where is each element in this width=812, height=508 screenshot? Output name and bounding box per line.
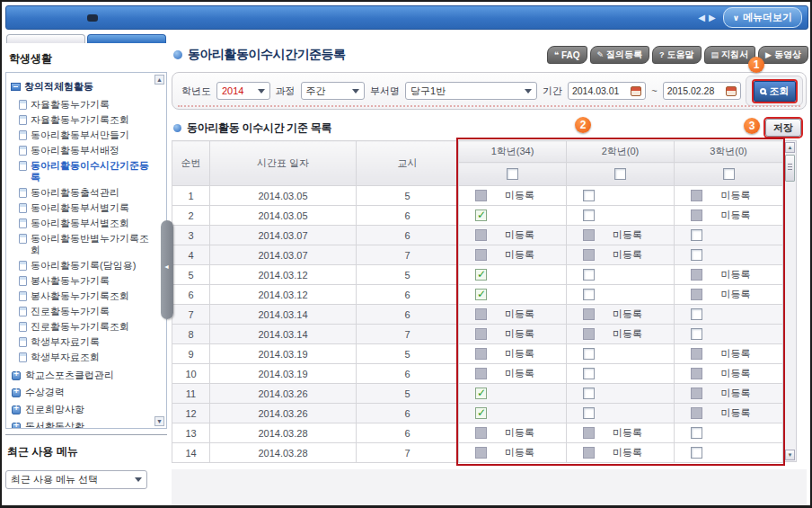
nav-menu-item[interactable] (141, 14, 152, 22)
tree-menu-item[interactable]: 동아리활동반별누가기록조회 (11, 231, 163, 258)
nav-menu-item[interactable] (55, 14, 66, 22)
tree-menu-item[interactable]: 동아리활동부서별조회 (11, 216, 163, 231)
nav-menu-item[interactable] (76, 14, 87, 22)
tree-menu-item[interactable]: 진로활동누가기록조회 (11, 319, 163, 334)
empty-checkbox[interactable] (583, 388, 595, 399)
cell-date: 2014.03.28 (210, 443, 357, 463)
grade-cell: 미등록 (567, 423, 675, 443)
sidebar-tab[interactable] (6, 34, 85, 43)
tree-folder-item[interactable]: 독서활동상황 (11, 418, 163, 429)
checked-checkbox[interactable] (475, 209, 487, 221)
tree-menu-item[interactable]: 동아리활동출석관리 (11, 185, 163, 201)
help-button[interactable]: ▶ 동영상 (758, 46, 808, 64)
help-button[interactable]: ❝ FAQ (547, 46, 587, 64)
tree-menu-item[interactable]: 학생부자료기록 (11, 334, 163, 350)
sidebar-collapse-handle[interactable] (161, 220, 173, 319)
search-icon (760, 88, 766, 94)
select-all-grade2-checkbox[interactable] (614, 168, 626, 180)
nav-menu-item[interactable] (130, 14, 141, 22)
tree-menu-item[interactable]: 동아리활동부서배정 (11, 143, 163, 158)
list-section-header: 동아리활동 이수시간 기준 목록 (173, 120, 331, 136)
course-select[interactable]: 주간 (301, 82, 365, 100)
recent-menu-select[interactable]: 최근 사용 메뉴 선택 (5, 470, 147, 489)
tree-menu-item[interactable]: 학생부자료조회 (11, 350, 163, 365)
nav-next-icon[interactable]: ▶ (707, 13, 718, 22)
help-button-icon: ❝ (554, 50, 559, 59)
nav-menu-item[interactable] (98, 14, 109, 22)
cell-date: 2014.03.26 (210, 384, 357, 404)
help-button-icon: ✎ (597, 50, 605, 59)
grade-cell (567, 364, 675, 384)
empty-checkbox[interactable] (583, 269, 595, 281)
empty-checkbox[interactable] (691, 229, 702, 241)
nav-menu-item[interactable] (119, 14, 130, 22)
tree-folder-item[interactable]: 학교스포츠클럽관리 (11, 367, 163, 384)
nav-prev-icon[interactable]: ◀ (696, 13, 707, 22)
calendar-icon[interactable] (631, 86, 641, 96)
empty-checkbox[interactable] (691, 427, 702, 439)
empty-checkbox[interactable] (691, 308, 702, 320)
help-button[interactable]: ✎ 질의등록 (590, 46, 650, 64)
empty-checkbox[interactable] (583, 407, 595, 419)
empty-checkbox[interactable] (583, 209, 595, 221)
tree-menu-item[interactable]: 동아리활동기록(담임용) (11, 258, 163, 273)
year-select[interactable]: 2014 (216, 82, 270, 100)
cell-date: 2014.03.12 (210, 285, 357, 305)
checked-checkbox[interactable] (475, 407, 487, 419)
nav-menu-item[interactable] (22, 14, 33, 22)
search-button[interactable]: 조회 (754, 81, 796, 102)
timetable-area: 순번 시간표 일자 교시 1학년(34) 2학년(0) 3학년(0) 12014… (172, 140, 797, 462)
select-all-grade1-checkbox[interactable] (507, 168, 518, 180)
checked-checkbox[interactable] (475, 388, 487, 399)
nav-menu-item[interactable] (109, 14, 119, 22)
grade-cell (567, 344, 675, 364)
date-from-input[interactable]: 2014.03.01 (568, 82, 646, 100)
folder-closed-icon (12, 371, 21, 380)
tree-menu-item[interactable]: 봉사활동누가기록 (11, 273, 163, 289)
empty-checkbox[interactable] (583, 368, 595, 379)
nav-menu-item[interactable] (44, 14, 55, 22)
scroll-up-icon[interactable]: ▲ (785, 142, 795, 153)
cell-period: 6 (357, 285, 459, 305)
nav-menu-item[interactable] (87, 14, 98, 22)
date-to-input[interactable]: 2015.02.28 (663, 82, 741, 100)
checked-checkbox[interactable] (475, 269, 487, 281)
tree-menu-item[interactable]: 자율활동누가기록조회 (11, 112, 163, 128)
tree-scroll-down-icon[interactable]: ▼ (154, 416, 164, 426)
tree-root-label: 창의적체험활동 (24, 80, 93, 94)
scroll-thumb[interactable] (785, 155, 795, 182)
empty-checkbox[interactable] (583, 190, 595, 201)
empty-checkbox[interactable] (691, 328, 702, 340)
tree-menu-item[interactable]: 봉사활동누가기록조회 (11, 289, 163, 304)
tree-menu-item[interactable]: 동아리활동부서만들기 (11, 128, 163, 143)
empty-checkbox[interactable] (583, 289, 595, 300)
tree-scroll-up-icon[interactable]: ▲ (154, 75, 164, 85)
nav-menu-item[interactable] (12, 14, 22, 22)
grade1-header-cell (459, 163, 567, 186)
tree-menu-item[interactable]: 동아리활동이수시간기준등록 (11, 158, 163, 185)
empty-checkbox[interactable] (583, 348, 595, 360)
table-scrollbar[interactable]: ▲ ▼ (783, 140, 797, 462)
tree-menu-item[interactable]: 진로활동누가기록 (11, 304, 163, 319)
empty-checkbox[interactable] (691, 249, 702, 261)
menu-more-button[interactable]: ∨ 메뉴더보기 (723, 7, 802, 28)
help-button[interactable]: ? 도움말 (652, 46, 702, 64)
cell-num: 2 (172, 206, 210, 226)
tree-root-node[interactable]: 창의적체험활동 (11, 78, 163, 97)
save-button[interactable]: 저장 (765, 119, 801, 137)
tree-folder-item[interactable]: 진로희망사항 (11, 401, 163, 418)
tree-menu-item[interactable]: 동아리활동부서별기록 (11, 201, 163, 216)
checked-checkbox[interactable] (475, 289, 487, 300)
grade-cell: 미등록 (459, 226, 567, 245)
nav-menu-item[interactable] (66, 14, 76, 22)
department-select[interactable]: 당구1반 (405, 82, 537, 100)
empty-checkbox[interactable] (691, 447, 702, 459)
tree-menu-item[interactable]: 자율활동누가기록 (11, 97, 163, 112)
help-button[interactable]: ▤ 지침서 (704, 46, 756, 64)
sidebar-tab[interactable] (87, 34, 166, 43)
nav-menu-item[interactable] (33, 14, 44, 22)
select-all-grade3-checkbox[interactable] (723, 168, 735, 180)
calendar-icon[interactable] (726, 86, 737, 96)
tree-folder-item[interactable]: 수상경력 (11, 384, 163, 401)
scroll-down-icon[interactable]: ▼ (785, 450, 795, 460)
